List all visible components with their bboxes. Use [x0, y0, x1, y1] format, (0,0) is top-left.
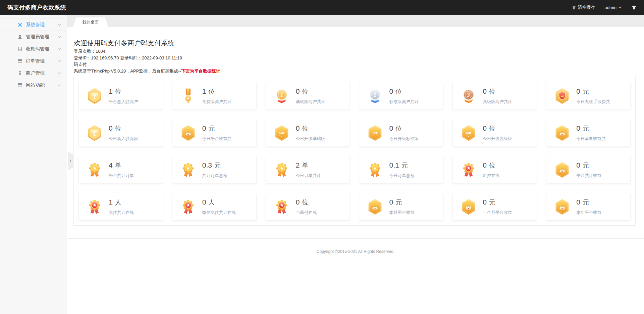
stat-unit: 位 — [489, 87, 495, 96]
stat-value: 0.1 — [389, 161, 399, 169]
app-title: 码支付多商户收款系统 — [7, 4, 66, 11]
stat-card-year-income: 0元 本年平台收益 — [546, 193, 631, 221]
stat-value: 0 — [296, 124, 300, 132]
login-count-line: 登录次数：1604 — [74, 48, 636, 55]
stat-value: 0 — [483, 161, 487, 169]
stat-card-total-merchants: 1位 平台总入驻商户 — [78, 82, 163, 110]
silver-number2-medal-icon: 2 — [367, 88, 383, 104]
user-icon — [17, 34, 22, 39]
sidebar-item-payment-code-management[interactable]: 收款码管理 — [0, 43, 67, 55]
crown-medal-icon — [180, 125, 196, 141]
stat-value: 0 — [576, 161, 580, 169]
brand-line: 码支付 — [74, 61, 636, 68]
stat-label: 本月平台收益 — [389, 210, 414, 216]
stat-unit: 元 — [395, 198, 402, 207]
stat-label: 共计订单总额 — [202, 173, 227, 179]
stat-card-month-income: 0元 本月平台收益 — [359, 193, 443, 221]
stat-card-standard-merchants: 2 0位 标准版商户共计 — [359, 82, 443, 110]
clear-cache-label: 清空缓存 — [578, 4, 595, 10]
stat-unit: 元 — [583, 124, 589, 133]
stat-unit: 元 — [583, 198, 589, 207]
stat-unit: 位 — [395, 87, 402, 96]
stat-card-last-month-income: 0元 上个月平台收益 — [452, 193, 537, 221]
sidebar-item-website-functions[interactable]: 网站功能 — [0, 79, 67, 91]
login-time-value: 2022-09-03 10:11:19 — [142, 55, 182, 60]
chevron-down-icon — [57, 83, 61, 87]
login-count-label: 登录次数： — [74, 49, 96, 54]
stat-unit: 位 — [302, 87, 308, 96]
document-icon — [17, 46, 22, 51]
chevron-down-icon — [57, 23, 61, 27]
sidebar-item-order-management[interactable]: 订单管理 — [0, 55, 67, 67]
vip-medal-icon: VIP — [367, 125, 383, 141]
stat-card-today-recharge-fee: 0元 今日充值手续费共 — [546, 82, 631, 110]
stat-card-wechat-free-hang-online: 0人 微信免挂共计在线 — [172, 193, 257, 221]
stat-unit: 位 — [302, 198, 308, 207]
welcome-heading: 欢迎使用码支付多商户码支付系统 — [74, 39, 636, 47]
stat-unit: 人 — [115, 198, 121, 207]
chevron-down-icon — [57, 71, 61, 75]
tab-my-desktop[interactable]: 我的桌面 — [73, 17, 108, 27]
stat-label: 本年平台收益 — [576, 210, 601, 216]
tab-label: 我的桌面 — [83, 20, 99, 25]
stat-value: 0 — [483, 124, 487, 132]
stat-unit: 人 — [209, 198, 215, 207]
stat-card-today-orders: 2单 今日订单共计 — [266, 156, 350, 184]
red-rosette-medal-icon — [180, 198, 196, 215]
stat-unit: 元 — [209, 124, 215, 133]
gold-trophy-medal-icon — [87, 125, 102, 141]
stat-card-face-pay-online: 0位 当面付在线 — [266, 193, 350, 221]
gold-rosette-medal-icon — [274, 162, 289, 178]
sidebar-item-label: 网站功能 — [26, 82, 57, 88]
login-ip-line: 登录IP：192.169.96.70 登录时间：2022-09-03 10:11… — [74, 55, 636, 61]
shield-medal-icon — [554, 88, 570, 104]
gold-rosette-medal-icon — [87, 162, 102, 178]
sidebar-item-admin-management[interactable]: 管理员管理 — [0, 31, 67, 43]
stat-value: 0 — [576, 198, 580, 206]
login-ip-label: 登录IP： — [74, 55, 91, 60]
stat-label: 今日升级标准版 — [389, 136, 419, 142]
stat-value: 0 — [389, 87, 393, 95]
system-note-highlight: 下面为平台数据统计 — [181, 69, 220, 74]
stat-value: 0.3 — [202, 161, 212, 169]
sidebar-item-system-management[interactable]: 系统管理 — [0, 19, 67, 31]
crown-medal-icon — [461, 198, 476, 215]
stat-card-free-hang-online: 1人 免挂共计在线 — [78, 193, 163, 221]
stat-label: 今日套餐收益共 — [576, 136, 606, 142]
stat-label: 免挂共计在线 — [109, 210, 134, 216]
triangle-left-icon — [69, 159, 71, 163]
clear-cache-button[interactable]: 清空缓存 — [572, 4, 595, 10]
red-rosette-medal-icon — [274, 198, 289, 215]
stat-card-today-upgrade-standard: VIP 0位 今日升级标准版 — [359, 119, 443, 147]
sidebar-item-label: 系统管理 — [26, 22, 57, 28]
stat-value: 0 — [389, 124, 393, 132]
stat-label: 今日新入驻商家 — [109, 136, 138, 142]
tools-icon — [17, 22, 22, 27]
vip-medal-icon: VIP — [274, 125, 289, 141]
stat-value: 0 — [296, 87, 300, 95]
stat-label: 今日充值手续费共 — [576, 99, 610, 105]
username: admin — [605, 5, 616, 10]
sidebar-item-label: 收款码管理 — [26, 46, 57, 52]
stat-card-total-orders: 4单 平台共计订单 — [78, 156, 163, 184]
sidebar: 系统管理 管理员管理 收款码管理 订单管理 商户管理 网站功能 — [0, 15, 67, 314]
ribbon-medal-icon — [180, 88, 196, 104]
stat-value: 1 — [109, 87, 113, 95]
stat-label: 平台总入驻商户 — [109, 99, 138, 105]
sidebar-collapse-handle[interactable] — [68, 151, 73, 171]
stat-value: 4 — [109, 161, 113, 169]
vip-medal-icon: VIP — [461, 125, 476, 141]
merchant-badge-icon — [17, 71, 22, 76]
stat-card-total-order-amount: 0.3元 共计订单总额 — [172, 156, 257, 184]
gold-number1-medal-icon: 1 — [274, 88, 289, 104]
stat-card-platform-total-income: 0元 平台共计收益 — [546, 156, 631, 184]
stat-label: 平台共计收益 — [576, 173, 601, 179]
stat-value: 0 — [202, 198, 206, 206]
user-dropdown[interactable]: admin — [605, 5, 622, 10]
stat-label: 基础版商户共计 — [296, 99, 325, 105]
stat-label: 今日升级高级版 — [483, 136, 512, 142]
theme-skin-button[interactable] — [632, 5, 637, 10]
stat-label: 平台共计订单 — [109, 173, 134, 179]
sidebar-item-label: 订单管理 — [26, 58, 57, 64]
sidebar-item-merchant-management[interactable]: 商户管理 — [0, 67, 67, 79]
